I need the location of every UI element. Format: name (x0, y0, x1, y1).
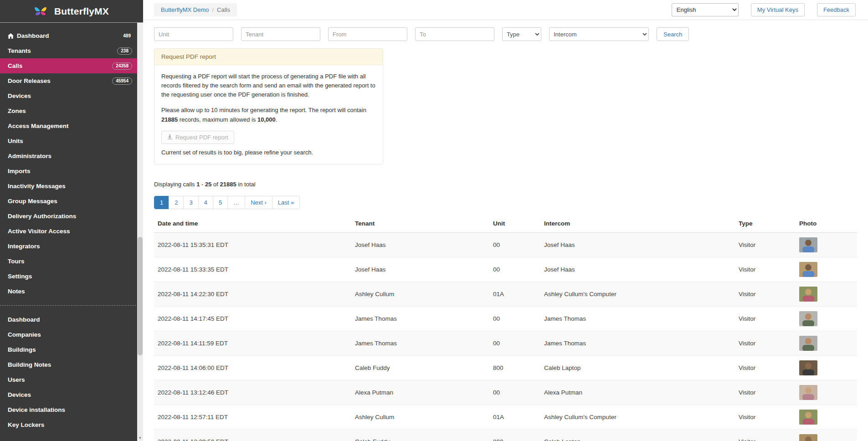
call-photo-thumbnail[interactable] (799, 434, 817, 441)
page-button-3[interactable]: 3 (183, 196, 198, 209)
language-select[interactable]: English (672, 3, 739, 16)
page-button-2[interactable]: 2 (169, 196, 184, 209)
call-photo-thumbnail[interactable] (799, 360, 817, 375)
sidebar-item-notes[interactable]: Notes (0, 284, 143, 299)
sidebar-scrollbar[interactable]: ▼ (137, 23, 143, 441)
sidebar-item-admin-building-notes[interactable]: Building Notes (0, 357, 143, 372)
top-bar-actions: English My Virtual Keys Feedback (672, 3, 856, 16)
cell-intercom: Josef Haas (540, 232, 735, 257)
sidebar-item-admin-companies[interactable]: Companies (0, 327, 143, 342)
breadcrumb-building-link[interactable]: ButterflyMX Demo (161, 6, 209, 13)
sidebar-item-label: Zones (8, 108, 26, 114)
page-button-5[interactable]: 5 (213, 196, 228, 209)
sidebar-item-admin-key-lockers[interactable]: Key Lockers (0, 417, 143, 432)
cell-photo (796, 380, 857, 405)
type-filter-select[interactable]: Type (502, 27, 541, 41)
count-badge: 24358 (112, 62, 132, 70)
cell-photo (796, 331, 857, 355)
cell-unit: 00 (489, 257, 540, 282)
pdf-panel-limits: Please allow up to 10 minutes for genera… (161, 106, 376, 124)
call-photo-thumbnail[interactable] (799, 287, 817, 302)
sidebar-item-imports[interactable]: Imports (0, 164, 143, 179)
cell-tenant: Ashley Cullum (351, 405, 489, 429)
sidebar-item-administrators[interactable]: Administrators (0, 149, 143, 164)
sidebar-item-units[interactable]: Units (0, 133, 143, 149)
request-pdf-report-button[interactable]: Request PDF report (161, 131, 234, 144)
sidebar-item-dashboard[interactable]: Dashboard489 (0, 28, 143, 43)
sidebar-item-admin-device-installations[interactable]: Device installations (0, 402, 143, 417)
sidebar-item-inactivity-messages[interactable]: Inactivity Messages (0, 179, 143, 194)
cell-type: Visitor (735, 405, 796, 429)
call-photo-thumbnail[interactable] (799, 237, 817, 252)
tenant-filter-input[interactable] (241, 27, 320, 41)
cell-unit: 00 (489, 306, 540, 331)
table-row[interactable]: 2022-08-11 12:29:50 EDTCaleb Fuddy800Cal… (154, 429, 857, 441)
feedback-button[interactable]: Feedback (817, 3, 856, 16)
cell-tenant: Ashley Cullum (351, 282, 489, 306)
sidebar-item-devices[interactable]: Devices (0, 88, 143, 103)
my-virtual-keys-button[interactable]: My Virtual Keys (751, 3, 805, 16)
cell-datetime: 2022-08-11 15:35:31 EDT (154, 232, 351, 257)
cell-datetime: 2022-08-11 12:57:11 EDT (154, 405, 351, 429)
cell-unit: 800 (489, 355, 540, 380)
sidebar-item-settings[interactable]: Settings (0, 269, 143, 284)
cell-unit: 01A (489, 282, 540, 306)
call-photo-thumbnail[interactable] (799, 410, 817, 425)
call-photo-thumbnail[interactable] (799, 336, 817, 351)
page-button-4[interactable]: 4 (198, 196, 213, 209)
page-button-next[interactable]: Next › (245, 196, 272, 209)
call-photo-thumbnail[interactable] (799, 385, 817, 400)
sidebar-item-tours[interactable]: Tours (0, 254, 143, 269)
cell-photo (796, 405, 857, 429)
table-row[interactable]: 2022-08-11 15:33:35 EDTJosef Haas00Josef… (154, 257, 857, 282)
sidebar-scrollbar-thumb[interactable] (138, 237, 143, 355)
call-photo-thumbnail[interactable] (799, 311, 817, 326)
search-filter-bar: Type Intercom Search (143, 20, 868, 41)
cell-unit: 01A (489, 405, 540, 429)
sidebar-item-group-messages[interactable]: Group Messages (0, 194, 143, 209)
sidebar-item-access-management[interactable]: Access Management (0, 118, 143, 133)
table-row[interactable]: 2022-08-11 14:06:00 EDTCaleb Fuddy800Cal… (154, 355, 857, 380)
cell-datetime: 2022-08-11 13:12:46 EDT (154, 380, 351, 405)
sidebar-item-zones[interactable]: Zones (0, 103, 143, 118)
call-photo-thumbnail[interactable] (799, 262, 817, 277)
sidebar-item-active-visitor-access[interactable]: Active Visitor Access (0, 224, 143, 239)
intercom-filter-select[interactable]: Intercom (549, 27, 649, 41)
cell-intercom: Ashley Cullum's Computer (540, 282, 735, 306)
sidebar-item-delivery-authorizations[interactable]: Delivery Authorizations (0, 209, 143, 224)
brand-name: ButterflyMX (54, 6, 109, 17)
sidebar-item-tenants[interactable]: Tenants238 (0, 43, 143, 58)
refine-search-warning: Current set of results is too big, pleas… (161, 148, 376, 157)
table-row[interactable]: 2022-08-11 14:17:45 EDTJames Thomas00Jam… (154, 306, 857, 331)
breadcrumb-current: Calls (217, 6, 230, 13)
cell-photo (796, 232, 857, 257)
table-row[interactable]: 2022-08-11 15:35:31 EDTJosef Haas00Josef… (154, 232, 857, 257)
to-date-filter-input[interactable] (415, 27, 494, 41)
cell-type: Visitor (735, 232, 796, 257)
sidebar-item-admin-buildings[interactable]: Buildings (0, 342, 143, 357)
scroll-down-arrow-icon[interactable]: ▼ (137, 436, 143, 440)
sidebar-item-door-releases[interactable]: Door Releases45954 (0, 73, 143, 88)
unit-filter-input[interactable] (154, 27, 233, 41)
sidebar-item-admin-dashboard[interactable]: Dashboard (0, 312, 143, 327)
table-row[interactable]: 2022-08-11 14:11:59 EDTJames Thomas00Jam… (154, 331, 857, 355)
sidebar-secondary-section: DashboardCompaniesBuildingsBuilding Note… (0, 312, 143, 432)
page-button-1[interactable]: 1 (154, 196, 169, 209)
search-button[interactable]: Search (657, 27, 689, 41)
cell-type: Visitor (735, 257, 796, 282)
sidebar-item-calls[interactable]: Calls24358 (0, 58, 143, 73)
table-row[interactable]: 2022-08-11 13:12:46 EDTAlexa Putman00Ale… (154, 380, 857, 405)
butterfly-logo-icon (34, 6, 47, 17)
table-row[interactable]: 2022-08-11 12:57:11 EDTAshley Cullum01AA… (154, 405, 857, 429)
table-row[interactable]: 2022-08-11 14:22:30 EDTAshley Cullum01AA… (154, 282, 857, 306)
from-date-filter-input[interactable] (328, 27, 407, 41)
sidebar-item-admin-users[interactable]: Users (0, 372, 143, 387)
sidebar-item-label: Notes (8, 288, 25, 295)
page-button-last[interactable]: Last » (272, 196, 300, 209)
cell-datetime: 2022-08-11 14:17:45 EDT (154, 306, 351, 331)
sidebar-item-integrators[interactable]: Integrators (0, 239, 143, 254)
count-badge: 238 (117, 47, 132, 55)
brand-logo[interactable]: ButterflyMX (0, 0, 143, 23)
sidebar-item-admin-devices[interactable]: Devices (0, 387, 143, 402)
cell-unit: 800 (489, 429, 540, 441)
